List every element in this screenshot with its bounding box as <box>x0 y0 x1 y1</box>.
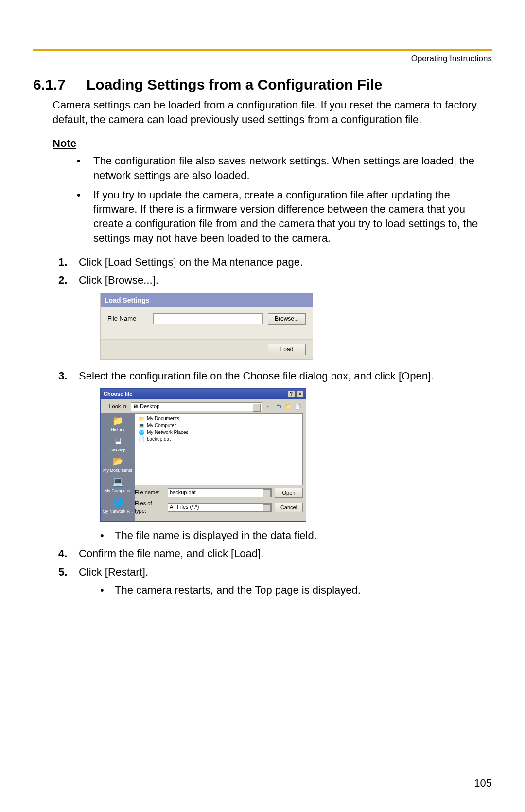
network-icon: 🌐 <box>138 429 145 436</box>
page-number: 105 <box>474 777 492 790</box>
section-heading: 6.1.7Loading Settings from a Configurati… <box>33 76 492 93</box>
note-item: If you try to update the camera, create … <box>77 188 492 246</box>
step-5: Click [Restart]. The camera restarts, an… <box>58 564 492 597</box>
sidebar-item-label: My Network P... <box>102 509 133 514</box>
places-sidebar: 📁 History 🖥 Desktop 📂 My Documents <box>101 413 135 521</box>
list-item[interactable]: 📄 backup.dat <box>138 436 299 443</box>
step-3: Select the configuration file on the Cho… <box>58 368 492 543</box>
step-text: Confirm the file name, and click [Load]. <box>79 547 263 559</box>
sidebar-item-desktop[interactable]: 🖥 Desktop <box>102 435 133 453</box>
load-button[interactable]: Load <box>268 344 306 355</box>
file-type-select[interactable]: All Files (*.*) <box>168 503 272 512</box>
step-text: Click [Restart]. <box>79 566 148 578</box>
close-icon[interactable]: × <box>296 391 304 397</box>
look-in-label: Look in: <box>105 403 128 411</box>
view-menu-icon[interactable]: 📑 <box>294 403 302 411</box>
new-folder-icon[interactable]: 📁 <box>284 403 292 411</box>
file-name-label: File name: <box>135 489 165 497</box>
look-in-select[interactable]: 🖥 Desktop <box>131 402 262 411</box>
sidebar-item-computer[interactable]: 💻 My Computer <box>102 476 133 494</box>
load-settings-panel: Load Settings File Name Browse... Load <box>100 293 313 359</box>
section-number: 6.1.7 <box>33 76 87 93</box>
step-sub-item: The file name is displayed in the data f… <box>100 528 492 543</box>
step-text: Click [Browse...]. <box>79 274 158 286</box>
file-name-field[interactable]: backup.dat <box>168 488 272 497</box>
open-button[interactable]: Open <box>275 488 303 498</box>
sidebar-item-history[interactable]: 📁 History <box>102 415 133 433</box>
sidebar-item-label: My Documents <box>102 469 133 473</box>
file-name-value: backup.dat <box>170 489 196 497</box>
history-icon: 📁 <box>111 415 124 427</box>
sidebar-item-documents[interactable]: 📂 My Documents <box>102 456 133 473</box>
file-name-label: File Name <box>107 314 148 324</box>
desktop-icon: 🖥 <box>111 435 124 447</box>
file-name: My Documents <box>147 415 179 422</box>
sidebar-item-label: History <box>102 428 133 433</box>
list-item[interactable]: 💻 My Computer <box>138 422 299 429</box>
look-in-value: Desktop <box>140 403 159 411</box>
back-icon[interactable]: ⇐ <box>265 403 273 411</box>
running-head: Operating Instructions <box>33 54 492 64</box>
browse-button[interactable]: Browse... <box>268 313 306 325</box>
step-text: Click [Load Settings] on the Maintenance… <box>79 256 303 268</box>
section-title: Loading Settings from a Configuration Fi… <box>87 76 382 92</box>
folder-icon: 📁 <box>138 415 145 422</box>
list-item[interactable]: 🌐 My Network Places <box>138 429 299 436</box>
file-name-input[interactable] <box>153 313 263 324</box>
note-item: The configuration file also saves networ… <box>77 154 492 182</box>
step-sub-item: The camera restarts, and the Top page is… <box>100 583 492 597</box>
list-item[interactable]: 📁 My Documents <box>138 415 299 422</box>
file-list[interactable]: 📁 My Documents 💻 My Computer 🌐 My Networ… <box>135 413 303 485</box>
steps-list: Click [Load Settings] on the Maintenance… <box>58 254 492 597</box>
choose-file-dialog: Choose file ? × Look in: 🖥 Desktop ⇐ 🗀 <box>100 388 306 522</box>
file-icon: 📄 <box>138 436 145 443</box>
sidebar-item-label: My Computer <box>102 489 133 494</box>
help-icon[interactable]: ? <box>287 391 295 397</box>
computer-icon: 💻 <box>138 422 145 429</box>
desktop-icon: 🖥 <box>133 403 138 411</box>
file-type-label: Files of type: <box>135 500 165 515</box>
step-text: Select the configuration file on the Cho… <box>79 370 434 382</box>
sidebar-item-label: Desktop <box>102 448 133 453</box>
file-name: My Network Places <box>147 429 189 436</box>
file-type-value: All Files (*.*) <box>170 504 199 511</box>
note-heading: Note <box>52 137 492 150</box>
note-list: The configuration file also saves networ… <box>77 154 492 245</box>
step-2: Click [Browse...]. Load Settings File Na… <box>58 272 492 359</box>
step-4: Confirm the file name, and click [Load]. <box>58 546 492 561</box>
up-folder-icon[interactable]: 🗀 <box>275 403 282 411</box>
documents-icon: 📂 <box>111 456 124 468</box>
step-1: Click [Load Settings] on the Maintenance… <box>58 254 492 270</box>
header-rule <box>33 49 492 51</box>
network-icon: 🌐 <box>111 497 124 508</box>
intro-paragraph: Camera settings can be loaded from a con… <box>52 98 492 126</box>
file-name: My Computer <box>147 422 176 429</box>
computer-icon: 💻 <box>111 476 124 488</box>
dialog-title: Choose file <box>104 390 132 398</box>
file-name: backup.dat <box>147 436 171 443</box>
cancel-button[interactable]: Cancel <box>275 503 303 512</box>
sidebar-item-network[interactable]: 🌐 My Network P... <box>102 497 133 514</box>
panel-title: Load Settings <box>101 293 313 307</box>
